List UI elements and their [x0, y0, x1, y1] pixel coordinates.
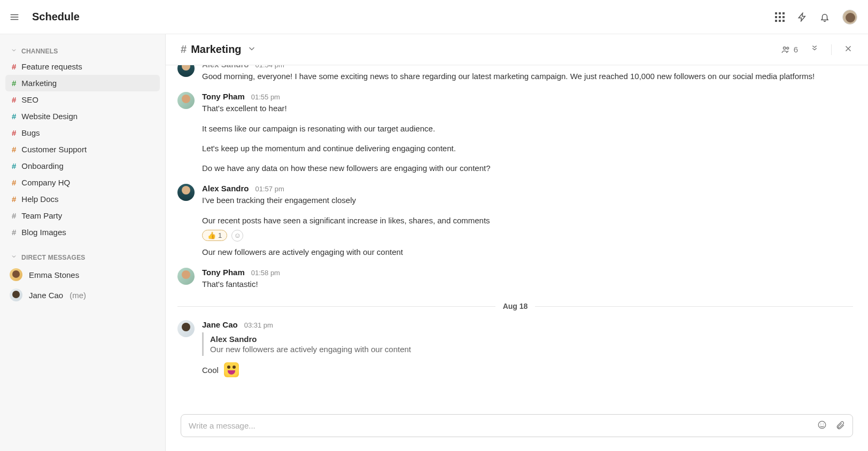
channel-list: #Feature requests#Marketing#SEO#Website … [5, 58, 160, 240]
quote-text: Our new followers are actively engaging … [210, 345, 853, 354]
main-panel: # Marketing 6 [166, 34, 868, 451]
channel-item[interactable]: #Customer Support [5, 141, 160, 158]
avatar[interactable] [177, 268, 195, 285]
channel-item[interactable]: #Company HQ [5, 174, 160, 191]
hash-icon: # [12, 62, 16, 71]
message-text: That's excellent to hear! [202, 102, 853, 114]
channel-dropdown-icon[interactable] [247, 44, 257, 55]
channel-item[interactable]: #Team Party [5, 207, 160, 224]
svg-point-0 [783, 46, 786, 49]
collapse-icon[interactable] [810, 44, 819, 55]
message: Alex Sandro 01:54 pm Good morning, every… [177, 65, 853, 84]
top-bar: Schedule [0, 0, 868, 34]
channel-name: SEO [21, 95, 38, 104]
dm-name: Emma Stones [29, 270, 79, 279]
date-label: Aug 18 [503, 302, 528, 310]
message-time: 01:54 pm [255, 65, 284, 69]
svg-point-4 [823, 424, 824, 425]
channel-name: Onboarding [21, 161, 63, 170]
hash-icon: # [12, 79, 16, 88]
hash-icon: # [181, 43, 187, 56]
channel-name: Marketing [21, 79, 57, 88]
dm-item[interactable]: Jane Cao (me) [5, 285, 160, 305]
message-text: Good morning, everyone! I have some exci… [202, 70, 853, 82]
channel-item[interactable]: #Marketing [5, 75, 160, 91]
apps-grid-icon[interactable] [775, 12, 785, 22]
attachment-icon[interactable] [835, 420, 845, 431]
hash-icon: # [12, 195, 16, 204]
message-text: That's fantastic! [202, 278, 853, 290]
message-time: 01:57 pm [255, 185, 284, 193]
dms-label: DIRECT MESSAGES [21, 254, 86, 261]
channel-item[interactable]: #Help Docs [5, 191, 160, 207]
channel-name: Feature requests [21, 62, 82, 71]
svg-point-3 [820, 424, 821, 425]
message-text: I've been tracking their engagement clos… [202, 194, 853, 206]
hash-icon: # [12, 228, 16, 237]
message-text: Cool [202, 362, 853, 377]
message-text: Do we have any data on how these new fol… [202, 162, 853, 174]
channel-name: Team Party [21, 211, 62, 220]
sidebar: CHANNELS #Feature requests#Marketing#SEO… [0, 34, 166, 451]
hash-icon: # [12, 128, 16, 137]
message-text: Let's keep up the momentum and continue … [202, 142, 853, 154]
messages-scroll[interactable]: Alex Sandro 01:54 pm Good morning, every… [166, 65, 868, 407]
avatar[interactable] [177, 184, 195, 201]
grinning-emoji-icon [224, 362, 239, 377]
message: Alex Sandro 01:57 pm I've been tracking … [177, 176, 853, 260]
dm-name: Jane Cao [29, 291, 63, 300]
channel-name: Customer Support [21, 145, 87, 154]
avatar [10, 268, 22, 281]
members-button[interactable]: 6 [781, 45, 798, 55]
close-icon[interactable] [843, 44, 853, 55]
message-input[interactable] [189, 421, 817, 430]
message-text: Our recent posts have seen a significant… [202, 214, 853, 227]
emoji-picker-icon[interactable] [817, 420, 827, 431]
reaction-chip[interactable]: 👍 1 [202, 230, 227, 241]
channel-name: Bugs [21, 128, 40, 137]
channel-item[interactable]: #Onboarding [5, 158, 160, 174]
avatar[interactable] [177, 92, 195, 109]
profile-avatar[interactable] [842, 10, 857, 25]
channel-name: Website Design [21, 112, 78, 121]
channels-section-header[interactable]: CHANNELS [5, 44, 160, 58]
chevron-down-icon [11, 47, 17, 55]
message: Tony Pham 01:58 pm That's fantastic! [177, 260, 853, 292]
hash-icon: # [12, 211, 16, 220]
lightning-icon[interactable] [797, 12, 807, 22]
svg-point-2 [818, 421, 826, 429]
message-text: Our new followers are actively engaging … [202, 246, 853, 258]
divider [831, 44, 832, 55]
hash-icon: # [12, 112, 16, 121]
message-text: It seems like our campaign is resonating… [202, 122, 853, 135]
message-sender: Tony Pham [202, 92, 245, 101]
hash-icon: # [12, 95, 16, 104]
date-divider: Aug 18 [177, 302, 853, 310]
channel-item[interactable]: #SEO [5, 91, 160, 108]
avatar[interactable] [177, 320, 195, 337]
channel-item[interactable]: #Feature requests [5, 58, 160, 75]
add-reaction-button[interactable]: ☺ [231, 230, 243, 242]
channel-name: Company HQ [21, 178, 70, 187]
composer-area [166, 407, 868, 451]
message-sender: Tony Pham [202, 268, 245, 277]
reactions: 👍 1 ☺ [202, 230, 853, 242]
message-composer[interactable] [181, 414, 853, 437]
dm-item[interactable]: Emma Stones [5, 265, 160, 285]
channel-name: Help Docs [21, 195, 58, 204]
dm-me-label: (me) [69, 291, 86, 300]
message: Tony Pham 01:55 pm That's excellent to h… [177, 84, 853, 176]
menu-icon[interactable] [10, 12, 19, 22]
svg-point-1 [787, 47, 789, 49]
channel-item[interactable]: #Bugs [5, 125, 160, 141]
message: Jane Cao 03:31 pm Alex Sandro Our new fo… [177, 313, 853, 379]
channels-label: CHANNELS [21, 48, 58, 55]
avatar[interactable] [177, 65, 195, 77]
bell-icon[interactable] [820, 12, 830, 22]
quote-sender: Alex Sandro [210, 335, 853, 344]
reaction-count: 1 [218, 231, 222, 239]
message-time: 01:55 pm [251, 93, 280, 101]
channel-item[interactable]: #Blog Images [5, 224, 160, 240]
channel-item[interactable]: #Website Design [5, 108, 160, 125]
dms-section-header[interactable]: DIRECT MESSAGES [5, 250, 160, 265]
